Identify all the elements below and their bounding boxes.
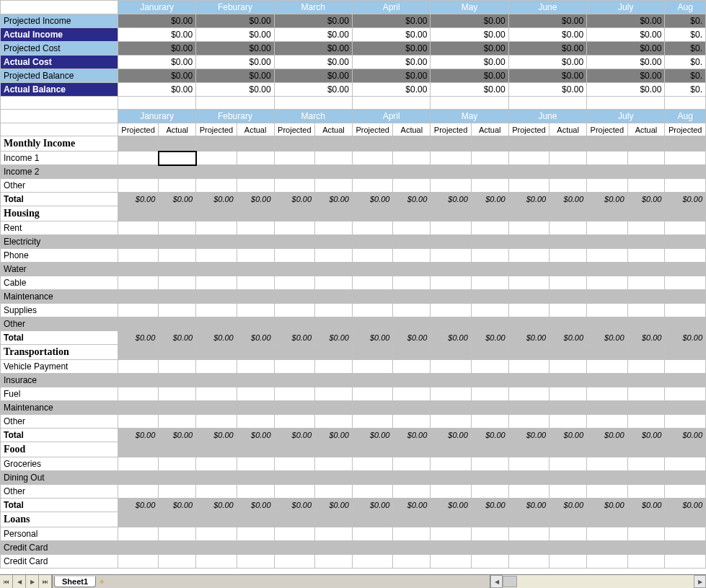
data-cell[interactable] <box>431 415 471 429</box>
total-value[interactable]: $0.00 <box>237 331 274 345</box>
data-cell[interactable] <box>627 317 665 331</box>
summary-value[interactable]: $0.00 <box>118 83 195 97</box>
cell[interactable] <box>508 512 549 527</box>
data-cell[interactable] <box>315 263 353 276</box>
cell[interactable] <box>627 136 665 152</box>
summary-value[interactable]: $0.00 <box>274 56 352 69</box>
cell[interactable] <box>315 136 353 152</box>
summary-value[interactable]: $0.00 <box>508 42 586 56</box>
cell[interactable] <box>627 206 665 221</box>
data-cell[interactable] <box>352 555 392 569</box>
data-cell[interactable] <box>118 235 158 249</box>
data-cell[interactable] <box>274 457 314 471</box>
data-cell[interactable] <box>508 276 549 290</box>
data-cell[interactable] <box>352 401 392 415</box>
data-cell[interactable] <box>237 471 274 485</box>
data-cell[interactable] <box>274 249 314 263</box>
data-cell[interactable] <box>471 360 508 374</box>
data-cell[interactable] <box>274 541 314 555</box>
data-cell[interactable] <box>196 152 237 165</box>
data-cell[interactable] <box>508 415 549 429</box>
data-cell[interactable] <box>627 179 665 193</box>
data-cell[interactable] <box>237 304 274 317</box>
data-cell[interactable] <box>627 221 665 235</box>
data-cell[interactable] <box>274 485 314 499</box>
summary-value[interactable]: $0.00 <box>431 42 508 56</box>
cell[interactable] <box>471 442 508 457</box>
data-cell[interactable] <box>431 235 471 249</box>
data-cell[interactable] <box>471 165 508 179</box>
data-cell[interactable] <box>431 276 471 290</box>
data-cell[interactable] <box>627 415 665 429</box>
data-cell[interactable] <box>196 415 237 429</box>
data-cell[interactable] <box>315 304 353 317</box>
data-cell[interactable] <box>471 415 508 429</box>
data-cell[interactable] <box>196 387 237 401</box>
data-cell[interactable] <box>471 235 508 249</box>
tab-nav-first[interactable]: ⏮ <box>0 575 13 588</box>
data-cell[interactable] <box>587 360 627 374</box>
data-cell[interactable] <box>315 457 353 471</box>
data-cell[interactable] <box>237 317 274 331</box>
total-value[interactable]: $0.00 <box>393 331 431 345</box>
total-value[interactable]: $0.00 <box>196 193 237 206</box>
data-cell[interactable] <box>393 471 431 485</box>
total-value[interactable]: $0.00 <box>508 193 549 206</box>
data-cell[interactable] <box>471 221 508 235</box>
cell[interactable] <box>627 442 665 457</box>
cell[interactable] <box>627 345 665 360</box>
data-cell[interactable] <box>665 485 706 499</box>
total-value[interactable]: $0.00 <box>508 331 549 345</box>
data-cell[interactable] <box>508 360 549 374</box>
data-cell[interactable] <box>665 387 706 401</box>
data-cell[interactable] <box>159 304 196 317</box>
total-value[interactable]: $0.00 <box>550 193 587 206</box>
summary-value[interactable]: $0.00 <box>274 42 352 56</box>
total-value[interactable]: $0.00 <box>627 499 665 512</box>
data-cell[interactable] <box>274 152 314 165</box>
data-cell[interactable] <box>431 304 471 317</box>
total-value[interactable]: $0.00 <box>431 193 471 206</box>
cell[interactable] <box>274 345 314 360</box>
data-cell[interactable] <box>196 527 237 541</box>
total-value[interactable]: $0.00 <box>315 331 353 345</box>
data-cell[interactable] <box>471 179 508 193</box>
data-cell[interactable] <box>196 263 237 276</box>
data-cell[interactable] <box>274 276 314 290</box>
data-cell[interactable] <box>118 165 158 179</box>
data-cell[interactable] <box>315 541 353 555</box>
summary-value[interactable]: $0.00 <box>431 83 508 97</box>
data-cell[interactable] <box>508 179 549 193</box>
data-cell[interactable] <box>550 555 587 569</box>
data-cell[interactable] <box>196 235 237 249</box>
total-value[interactable]: $0.00 <box>352 193 392 206</box>
total-value[interactable]: $0.00 <box>196 331 237 345</box>
cell[interactable] <box>587 206 627 221</box>
summary-value[interactable]: $0.00 <box>508 28 586 42</box>
cell[interactable] <box>508 442 549 457</box>
summary-value[interactable]: $0.00 <box>274 28 352 42</box>
summary-value[interactable]: $0.00 <box>352 83 430 97</box>
cell[interactable] <box>315 442 353 457</box>
data-cell[interactable] <box>274 304 314 317</box>
cell[interactable] <box>471 136 508 152</box>
data-cell[interactable] <box>352 263 392 276</box>
tab-nav-next[interactable]: ▶ <box>26 575 39 588</box>
data-cell[interactable] <box>471 527 508 541</box>
data-cell[interactable] <box>431 165 471 179</box>
data-cell[interactable] <box>393 527 431 541</box>
data-cell[interactable] <box>393 555 431 569</box>
summary-value[interactable]: $0.00 <box>118 28 195 42</box>
data-cell[interactable] <box>665 179 706 193</box>
cell[interactable] <box>159 442 196 457</box>
data-cell[interactable] <box>274 221 314 235</box>
total-value[interactable]: $0.00 <box>665 499 706 512</box>
summary-value[interactable]: $0.00 <box>118 14 195 28</box>
data-cell[interactable] <box>587 527 627 541</box>
total-value[interactable]: $0.00 <box>471 499 508 512</box>
cell[interactable] <box>159 136 196 152</box>
tab-nav-last[interactable]: ⏭ <box>39 575 52 588</box>
data-cell[interactable] <box>159 457 196 471</box>
data-cell[interactable] <box>550 290 587 304</box>
data-cell[interactable] <box>274 387 314 401</box>
